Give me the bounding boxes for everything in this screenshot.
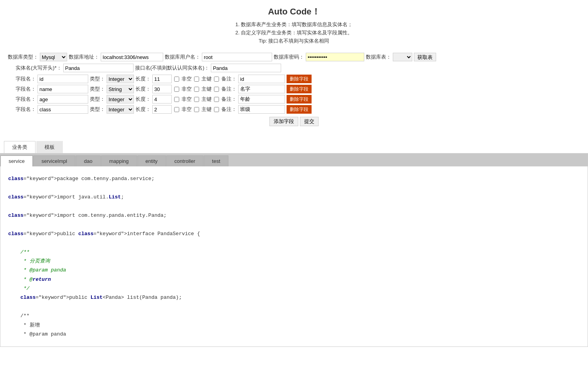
field-name-label: 字段名：	[16, 75, 36, 82]
code-tab-controller[interactable]: controller	[166, 155, 203, 166]
field-comment-input[interactable]	[238, 95, 285, 104]
submit-button[interactable]: 提交	[300, 117, 319, 126]
field-notnull-checkbox[interactable]	[174, 107, 179, 112]
field-note-checkbox[interactable]	[214, 107, 219, 112]
page-header: Auto Code！ 1. 数据库表产生业务类：填写数据库信息及实体名； 2. …	[0, 0, 588, 49]
tip-2: 2. 自定义字段产生业务类：填写实体名及字段属性。	[0, 29, 588, 37]
field-primarykey-label: 主键	[201, 106, 212, 113]
field-name-input[interactable]	[37, 85, 88, 93]
main-tab-template[interactable]: 模板	[36, 141, 63, 153]
field-length-input[interactable]	[152, 105, 172, 114]
interface-name-input[interactable]	[211, 64, 281, 72]
field-note-checkbox[interactable]	[214, 87, 219, 92]
field-note-checkbox[interactable]	[214, 77, 219, 82]
delete-field-button[interactable]: 删除字段	[287, 95, 312, 104]
field-length-input[interactable]	[152, 75, 172, 83]
field-primarykey-checkbox[interactable]	[194, 97, 199, 102]
db-type-select[interactable]: Mysql	[40, 53, 67, 61]
field-length-input[interactable]	[152, 95, 172, 104]
fields-container: 字段名： 类型： IntegerStringDoubleFloatLongBoo…	[8, 75, 580, 114]
field-type-select[interactable]: IntegerStringDoubleFloatLongBooleanDate	[107, 85, 134, 93]
db-type-label: 数据库类型：	[8, 54, 38, 61]
field-name-input[interactable]	[37, 105, 88, 114]
field-row: 字段名： 类型： IntegerStringDoubleFloatLongBoo…	[8, 105, 580, 114]
entity-name-input[interactable]	[63, 64, 134, 72]
field-notnull-checkbox[interactable]	[174, 87, 179, 92]
action-row: 添加字段 提交	[8, 117, 580, 126]
db-table-label: 数据库表：	[366, 54, 391, 61]
db-user-input[interactable]	[202, 53, 272, 61]
field-notnull-checkbox[interactable]	[174, 97, 179, 102]
field-name-label: 字段名：	[16, 86, 36, 93]
db-addr-label: 数据库地址：	[69, 54, 99, 61]
field-row: 字段名： 类型： IntegerStringDoubleFloatLongBoo…	[8, 95, 580, 104]
db-addr-input[interactable]	[101, 53, 163, 61]
field-comment-input[interactable]	[238, 85, 285, 93]
field-row: 字段名： 类型： IntegerStringDoubleFloatLongBoo…	[8, 85, 580, 93]
field-row: 字段名： 类型： IntegerStringDoubleFloatLongBoo…	[8, 75, 580, 83]
field-length-label: 长度：	[135, 86, 151, 93]
field-primarykey-checkbox[interactable]	[194, 77, 199, 82]
delete-field-button[interactable]: 删除字段	[287, 75, 312, 83]
field-name-input[interactable]	[37, 95, 88, 104]
code-display-area: class="keyword">package com.tenny.panda.…	[0, 166, 588, 346]
field-type-label: 类型：	[90, 106, 105, 113]
field-note-label: 备注：	[221, 75, 237, 82]
db-user-label: 数据库用户名：	[165, 54, 200, 61]
db-pass-input[interactable]	[306, 53, 364, 61]
field-notnull-label: 非空	[182, 96, 192, 103]
config-section: 数据库类型： Mysql 数据库地址： 数据库用户名： 数据库密码： 数据库表：…	[0, 49, 588, 133]
field-primarykey-label: 主键	[201, 96, 212, 103]
field-type-label: 类型：	[90, 75, 105, 82]
field-notnull-label: 非空	[182, 75, 192, 82]
field-primarykey-checkbox[interactable]	[194, 87, 199, 92]
code-section: service serviceImpl dao mapping entity c…	[0, 154, 588, 347]
field-note-label: 备注：	[221, 86, 237, 93]
field-name-input[interactable]	[37, 75, 88, 83]
field-type-select[interactable]: IntegerStringDoubleFloatLongBooleanDate	[107, 75, 134, 83]
field-name-label: 字段名：	[16, 96, 36, 103]
field-type-select[interactable]: IntegerStringDoubleFloatLongBooleanDate	[107, 105, 134, 114]
field-note-checkbox[interactable]	[214, 97, 219, 102]
code-tab-service[interactable]: service	[0, 155, 33, 166]
delete-field-button[interactable]: 删除字段	[287, 85, 312, 93]
field-type-select[interactable]: IntegerStringDoubleFloatLongBooleanDate	[107, 95, 134, 104]
field-primarykey-checkbox[interactable]	[194, 107, 199, 112]
field-type-label: 类型：	[90, 86, 105, 93]
field-primarykey-label: 主键	[201, 86, 212, 93]
entity-name-label: 实体名(大写开头)*：	[16, 64, 62, 71]
code-tab-test[interactable]: test	[204, 155, 228, 166]
code-tab-dao[interactable]: dao	[76, 155, 101, 166]
main-tabs: 业务类 模板	[0, 141, 588, 154]
field-name-label: 字段名：	[16, 106, 36, 113]
field-comment-input[interactable]	[238, 75, 285, 83]
tips-container: 1. 数据库表产生业务类：填写数据库信息及实体名； 2. 自定义字段产生业务类：…	[0, 21, 588, 45]
page-title: Auto Code！	[0, 6, 588, 18]
entity-config-row: 实体名(大写开头)*： 接口名(不填则默认认同实体名)：	[8, 64, 580, 72]
code-tab-entity[interactable]: entity	[137, 155, 166, 166]
field-note-label: 备注：	[221, 106, 237, 113]
add-field-button[interactable]: 添加字段	[269, 117, 298, 126]
interface-name-label: 接口名(不填则默认认同实体名)：	[135, 64, 210, 71]
field-length-label: 长度：	[135, 106, 151, 113]
field-type-label: 类型：	[90, 96, 105, 103]
field-notnull-checkbox[interactable]	[174, 77, 179, 82]
code-tab-mapping[interactable]: mapping	[101, 155, 137, 166]
main-tab-business[interactable]: 业务类	[4, 141, 36, 153]
field-notnull-label: 非空	[182, 86, 192, 93]
db-config-row: 数据库类型： Mysql 数据库地址： 数据库用户名： 数据库密码： 数据库表：…	[8, 53, 580, 61]
field-note-label: 备注：	[221, 96, 237, 103]
tabs-section: 业务类 模板 service serviceImpl dao mapping e…	[0, 141, 588, 347]
tip-3: Tip: 接口名不填则与实体名相同	[0, 37, 588, 45]
field-length-label: 长度：	[135, 75, 151, 82]
get-table-button[interactable]: 获取表	[414, 53, 436, 61]
db-table-select[interactable]	[393, 53, 412, 61]
code-tabs: service serviceImpl dao mapping entity c…	[0, 154, 588, 166]
field-comment-input[interactable]	[238, 105, 285, 114]
field-length-input[interactable]	[152, 85, 172, 93]
field-primarykey-label: 主键	[201, 75, 212, 82]
delete-field-button[interactable]: 删除字段	[287, 105, 312, 114]
code-tab-serviceimpl[interactable]: serviceImpl	[33, 155, 75, 166]
field-length-label: 长度：	[135, 96, 151, 103]
db-pass-label: 数据库密码：	[274, 54, 304, 61]
